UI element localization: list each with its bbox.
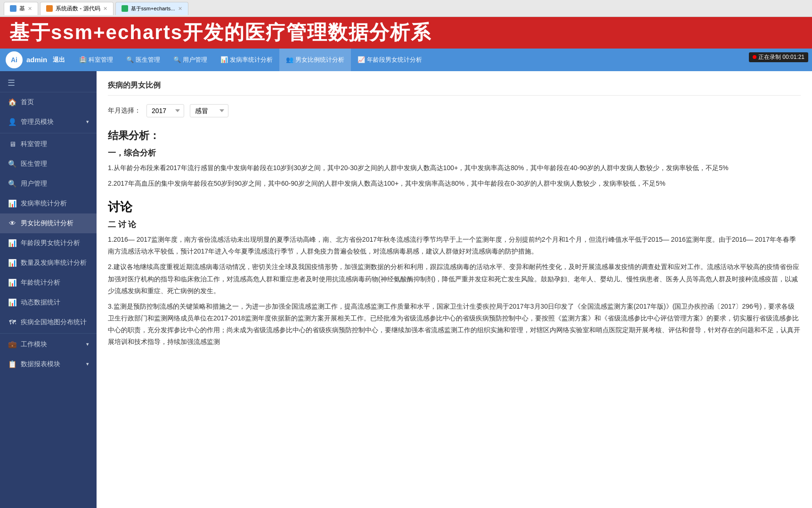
sidebar-item-admin-module[interactable]: 👤 管理员模块 ▾ bbox=[0, 112, 97, 132]
divider-2 bbox=[0, 333, 97, 334]
overlay-title-text: 基于ssm+echarts开发的医疗管理数据分析系 bbox=[9, 21, 431, 43]
sidebar-item-gender-ratio-stat[interactable]: 👁 男女比例统计分析 bbox=[0, 213, 97, 233]
doctor-search-icon: 🔍 bbox=[126, 56, 134, 63]
dynamic-icon: 📊 bbox=[8, 298, 17, 307]
logout-button[interactable]: 退出 bbox=[53, 56, 65, 64]
header-nav: Ai admin 退出 🏥 科室管理 🔍 医生管理 🔍 用户管理 📊 发病率统计… bbox=[0, 49, 812, 71]
sidebar-item-report-module[interactable]: 📋 数据报表模块 ▾ bbox=[0, 354, 97, 374]
age-stat-icon: 📊 bbox=[8, 279, 17, 287]
browser-tab-3[interactable]: 基于ssm+echarts... ✕ bbox=[115, 2, 188, 15]
sidebar-label-map: 疾病全国地图分布统计 bbox=[21, 318, 87, 327]
discussion-para1: 1.2016— 2017监测年度，南方省份流感活动未出现明显的夏季活动高峰，南、… bbox=[108, 234, 801, 257]
header-wrap: Ai admin 退出 🏥 科室管理 🔍 医生管理 🔍 用户管理 📊 发病率统计… bbox=[0, 49, 812, 71]
tab2-icon bbox=[46, 5, 53, 12]
nav-label-user: 用户管理 bbox=[183, 56, 207, 64]
sidebar-label-user: 用户管理 bbox=[21, 180, 47, 188]
sidebar-label-work: 工作模块 bbox=[21, 340, 47, 349]
tab3-label: 基于ssm+echarts... bbox=[131, 5, 175, 12]
age-gender-icon: 📈 bbox=[357, 56, 365, 63]
browser-tab-1[interactable]: 基 ✕ bbox=[4, 2, 38, 15]
tab3-close[interactable]: ✕ bbox=[178, 6, 182, 12]
sidebar-item-age-stat[interactable]: 📊 年龄统计分析 bbox=[0, 273, 97, 293]
nav-label-gender-ratio: 男女比例统计分析 bbox=[295, 56, 344, 64]
rec-dot bbox=[753, 55, 756, 59]
qty-icon: 📊 bbox=[8, 259, 17, 267]
map-icon: 🗺 bbox=[8, 318, 17, 326]
para1: 1.从年龄分布段来看2017年流行感冒的集中发病年龄段在10岁到30岁之间，其中… bbox=[108, 162, 801, 174]
page-title-overlay: 基于ssm+echarts开发的医疗管理数据分析系 bbox=[0, 17, 812, 49]
nav-item-incidence[interactable]: 📊 发病率统计分析 bbox=[214, 49, 279, 71]
year-select[interactable]: 2015 2016 2017 2018 bbox=[146, 104, 184, 117]
tab2-close[interactable]: ✕ bbox=[103, 6, 107, 12]
para2: 2.2017年高血压的集中发病年龄段在50岁到90岁之间，其中60-90岁之间的… bbox=[108, 178, 801, 189]
report-arrow-icon: ▾ bbox=[86, 361, 89, 367]
recording-label: 正在录制 00:01:21 bbox=[758, 53, 804, 61]
browser-tab-2[interactable]: 系统函数 - 源代码 ✕ bbox=[40, 2, 114, 15]
sidebar-item-age-gender-stat[interactable]: 📊 年龄段男女统计分析 bbox=[0, 233, 97, 253]
recording-badge: 正在录制 00:01:21 bbox=[749, 52, 808, 62]
tab2-label: 系统函数 - 源代码 bbox=[56, 5, 100, 13]
work-icon: 💼 bbox=[8, 340, 17, 349]
discussion-title: 讨论 bbox=[108, 199, 801, 215]
sidebar-item-qty-incidence[interactable]: 📊 数量及发病率统计分析 bbox=[0, 253, 97, 273]
sidebar-item-department[interactable]: 🖥 科室管理 bbox=[0, 134, 97, 154]
home-icon: 🏠 bbox=[8, 98, 17, 107]
work-arrow-icon: ▾ bbox=[86, 341, 89, 347]
nav-item-doctor[interactable]: 🔍 医生管理 bbox=[120, 49, 167, 71]
content-area: 疾病的男女比例 年月选择： 2015 2016 2017 2018 感冒 高血压… bbox=[97, 71, 812, 508]
nav-items: 🏥 科室管理 🔍 医生管理 🔍 用户管理 📊 发病率统计分析 👥 男女比例统计分… bbox=[73, 49, 806, 71]
admin-arrow-icon: ▾ bbox=[86, 119, 89, 125]
sidebar-label-admin: 管理员模块 bbox=[21, 118, 54, 126]
nav-item-user[interactable]: 🔍 用户管理 bbox=[167, 49, 214, 71]
sidebar-item-doctor[interactable]: 🔍 医生管理 bbox=[0, 154, 97, 174]
doc-icon: 🔍 bbox=[8, 160, 17, 168]
filter-row: 年月选择： 2015 2016 2017 2018 感冒 高血压 糖尿病 bbox=[108, 104, 801, 117]
result-analysis-section: 结果分析： 一，综合分析 1.从年龄分布段来看2017年流行感冒的集中发病年龄段… bbox=[108, 129, 801, 189]
tab1-close[interactable]: ✕ bbox=[28, 6, 32, 12]
sidebar-label-home: 首页 bbox=[21, 98, 34, 107]
sidebar-item-home[interactable]: 🏠 首页 bbox=[0, 92, 97, 112]
disease-select[interactable]: 感冒 高血压 糖尿病 bbox=[190, 104, 228, 117]
menu-icon: ☰ bbox=[8, 78, 15, 88]
sidebar-item-user[interactable]: 🔍 用户管理 bbox=[0, 174, 97, 194]
user-search-icon: 🔍 bbox=[173, 56, 181, 63]
dept-icon: 🖥 bbox=[8, 140, 17, 148]
discussion-para2: 2.建议各地继续高度重视近期流感病毒活动情况，密切关注全球及我国疫情形势，加强监… bbox=[108, 261, 801, 297]
discussion-section: 讨论 二 讨 论 1.2016— 2017监测年度，南方省份流感活动未出现明显的… bbox=[108, 199, 801, 348]
sidebar-label-incidence: 发病率统计分析 bbox=[21, 199, 67, 208]
divider-1 bbox=[0, 133, 97, 133]
nav-label-department: 科室管理 bbox=[89, 56, 113, 64]
sidebar-label-age-gender: 年龄段男女统计分析 bbox=[21, 239, 80, 247]
main-layout: ☰ 🏠 首页 👤 管理员模块 ▾ 🖥 科室管理 🔍 医生管理 🔍 用户管理 📊 … bbox=[0, 71, 812, 508]
sidebar-label-gender: 男女比例统计分析 bbox=[21, 219, 73, 228]
nav-item-gender-ratio[interactable]: 👥 男女比例统计分析 bbox=[279, 49, 351, 71]
sidebar-item-dynamic[interactable]: 📊 动态数据统计 bbox=[0, 293, 97, 312]
admin-icon: 👤 bbox=[8, 118, 17, 126]
browser-bar: 基 ✕ 系统函数 - 源代码 ✕ 基于ssm+echarts... ✕ bbox=[0, 0, 812, 17]
sidebar-item-map[interactable]: 🗺 疾病全国地图分布统计 bbox=[0, 312, 97, 332]
header-logo: Ai admin 退出 bbox=[6, 51, 65, 68]
section2-title: 二 讨 论 bbox=[108, 219, 801, 230]
section1-title: 一，综合分析 bbox=[108, 147, 801, 158]
filter-label: 年月选择： bbox=[108, 107, 141, 115]
incidence-stat-icon: 📊 bbox=[8, 199, 17, 208]
result-analysis-title: 结果分析： bbox=[108, 129, 801, 143]
sidebar-item-incidence-stat[interactable]: 📊 发病率统计分析 bbox=[0, 194, 97, 213]
logo-avatar: Ai bbox=[6, 51, 23, 68]
sidebar-label-doctor: 医生管理 bbox=[21, 160, 47, 168]
sidebar-item-work-module[interactable]: 💼 工作模块 ▾ bbox=[0, 335, 97, 354]
incidence-icon: 📊 bbox=[220, 56, 228, 63]
sidebar-label-dept: 科室管理 bbox=[21, 140, 47, 148]
sidebar-label-qty: 数量及发病率统计分析 bbox=[21, 259, 87, 267]
sidebar-label-age: 年龄统计分析 bbox=[21, 279, 60, 287]
gender-stat-icon: 👁 bbox=[8, 219, 17, 227]
nav-item-age-gender[interactable]: 📈 年龄段男女统计分析 bbox=[351, 49, 429, 71]
username-label: admin bbox=[26, 56, 47, 64]
nav-item-department[interactable]: 🏥 科室管理 bbox=[73, 49, 120, 71]
tab1-icon bbox=[10, 5, 16, 12]
tab1-label: 基 bbox=[19, 5, 25, 13]
user-icon: 🔍 bbox=[8, 180, 17, 188]
sidebar-header: ☰ bbox=[0, 71, 97, 92]
sidebar: ☰ 🏠 首页 👤 管理员模块 ▾ 🖥 科室管理 🔍 医生管理 🔍 用户管理 📊 … bbox=[0, 71, 97, 508]
department-icon: 🏥 bbox=[79, 56, 87, 63]
